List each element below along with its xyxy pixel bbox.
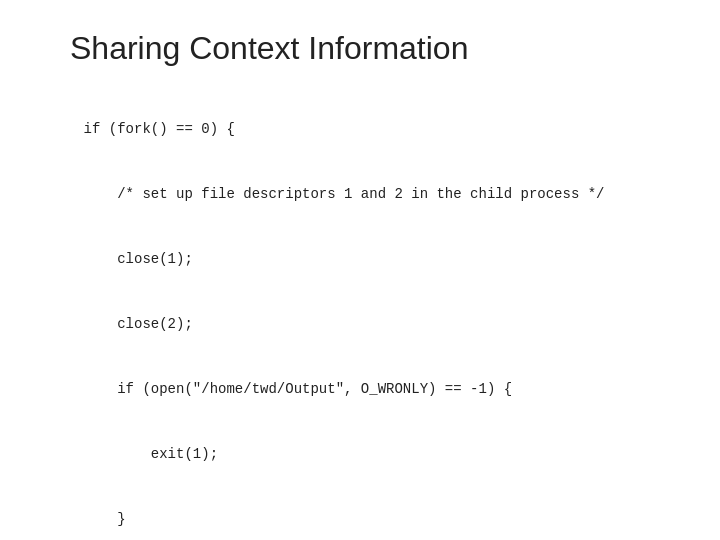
code-line-6: exit(1); [84, 446, 218, 462]
code-line-1: if (fork() == 0) { [84, 121, 235, 137]
code-line-4: close(2); [84, 316, 193, 332]
code-line-3: close(1); [84, 251, 193, 267]
code-block: if (fork() == 0) { /* set up file descri… [50, 97, 670, 540]
page-container: Sharing Context Information if (fork() =… [0, 0, 720, 540]
code-line-2: /* set up file descriptors 1 and 2 in th… [84, 186, 605, 202]
page-title: Sharing Context Information [70, 30, 670, 67]
code-line-7: } [84, 511, 126, 527]
code-line-5: if (open("/home/twd/Output", O_WRONLY) =… [84, 381, 512, 397]
